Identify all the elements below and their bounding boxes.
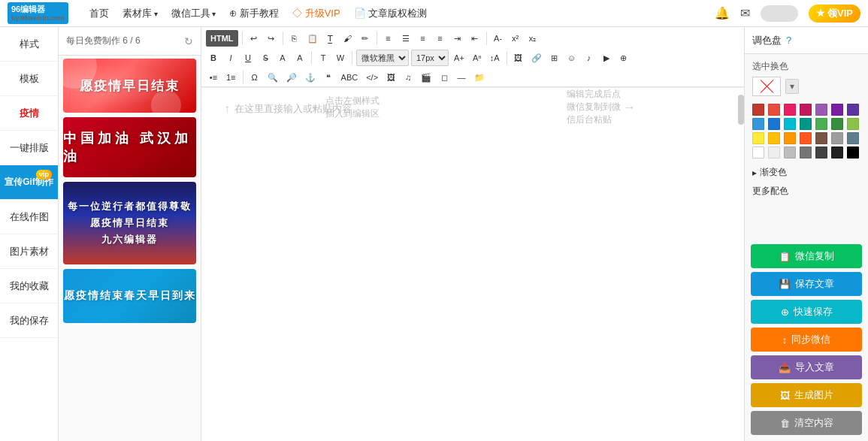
color-swatch[interactable]: [831, 118, 843, 130]
color-swatch[interactable]: [752, 146, 764, 159]
clear-button[interactable]: 🗑 清空内容: [751, 411, 862, 435]
color-swatch[interactable]: [784, 104, 796, 116]
color-help-icon[interactable]: ?: [786, 35, 791, 46]
nav-materials[interactable]: 素材库: [122, 7, 158, 20]
word-paste[interactable]: W: [333, 50, 348, 66]
color-swatch[interactable]: [768, 132, 780, 144]
insert-emoji[interactable]: ☺: [564, 50, 579, 66]
color-swatch[interactable]: [784, 146, 796, 159]
font-size-decrease[interactable]: A-: [491, 30, 506, 47]
color-swatch[interactable]: [768, 104, 780, 116]
align-center[interactable]: ☰: [398, 30, 413, 47]
omega-button[interactable]: Ω: [247, 69, 262, 86]
list-ordered[interactable]: 1≡: [223, 69, 239, 86]
template-card-2[interactable]: 中国加油 武汉加油: [63, 117, 196, 177]
insert-shape[interactable]: ◻: [437, 69, 452, 86]
insert-table[interactable]: ⊞: [547, 50, 562, 66]
pencil-button[interactable]: ✏: [358, 30, 373, 47]
vip-button[interactable]: ★ 领VIP: [809, 5, 860, 23]
copy-button[interactable]: ⎘: [287, 30, 302, 47]
quick-save-button[interactable]: ⊕ 快速保存: [751, 300, 862, 324]
abc-button[interactable]: ABC: [338, 69, 361, 86]
sidebar-item-epidemic[interactable]: 疫情: [0, 96, 58, 131]
bell-icon[interactable]: 🔔: [715, 6, 730, 20]
indent-increase[interactable]: ⇥: [450, 30, 465, 47]
editor-content[interactable]: ↑ 在这里直接输入或粘贴内容 ← 点击左侧样式插入到编辑区 编辑完成后点微信复制…: [201, 87, 744, 441]
sidebar-item-images[interactable]: 图片素材: [0, 234, 58, 269]
import-button[interactable]: 📥 导入文章: [751, 355, 862, 379]
color-swatch[interactable]: [847, 132, 859, 144]
color-swatch[interactable]: [752, 118, 764, 130]
wechat-copy-button[interactable]: 📋 微信复制: [751, 244, 862, 268]
superscript-button[interactable]: x²: [508, 30, 523, 47]
insert-special[interactable]: ⊕: [616, 50, 631, 66]
color-swatch[interactable]: [784, 118, 796, 130]
color-swatch[interactable]: [847, 146, 859, 159]
paste-button[interactable]: 📋: [304, 30, 321, 47]
color-swatch[interactable]: [784, 132, 796, 144]
indent-decrease[interactable]: ⇤: [467, 30, 482, 47]
color-swatch[interactable]: [800, 118, 812, 130]
format-clear[interactable]: T: [316, 50, 331, 66]
insert-pic2[interactable]: 🖼: [383, 69, 398, 86]
template-card-3[interactable]: 每一位逆行者都值得尊敬 愿疫情早日结束 九六编辑器: [63, 182, 196, 264]
refresh-icon[interactable]: ↻: [184, 35, 193, 47]
italic-button[interactable]: I: [223, 50, 238, 66]
more-colors[interactable]: 更多配色: [745, 182, 868, 201]
generate-image-button[interactable]: 🖼 生成图片: [751, 383, 862, 407]
align-right[interactable]: ≡: [416, 30, 431, 47]
color-swatch[interactable]: [800, 146, 812, 159]
color-swatch[interactable]: [847, 118, 859, 130]
template-card-1[interactable]: 愿疫情早日结束: [63, 59, 196, 113]
gradient-toggle[interactable]: ▸ 渐变色: [752, 166, 860, 179]
sidebar-item-template[interactable]: 模板: [0, 62, 58, 96]
color-swatch[interactable]: [831, 132, 843, 144]
sidebar-item-saved[interactable]: 我的保存: [0, 304, 58, 338]
underline-button[interactable]: U: [240, 50, 256, 66]
sidebar-item-gif[interactable]: 宣传Gif制作 vip: [0, 165, 58, 200]
bg-color-button[interactable]: A: [292, 50, 307, 66]
font-size-select[interactable]: 17px: [411, 50, 449, 66]
paint-button[interactable]: 🖌: [340, 30, 355, 47]
sidebar-item-style[interactable]: 样式: [0, 27, 58, 62]
redo-button[interactable]: ↪: [264, 30, 279, 47]
bold-button[interactable]: B: [206, 50, 221, 66]
color-swatch[interactable]: [815, 104, 827, 116]
color-swatch[interactable]: [800, 132, 812, 144]
clear-format-button[interactable]: T̲: [323, 30, 338, 47]
nav-upgrade-vip[interactable]: ◇ 升级VIP: [292, 7, 340, 20]
color-dropdown-btn[interactable]: ▾: [785, 79, 799, 94]
undo-button[interactable]: ↩: [246, 30, 262, 47]
text-color-button[interactable]: A: [275, 50, 290, 66]
template-card-4[interactable]: 愿疫情结束春天早日到来: [63, 269, 196, 323]
list-unordered[interactable]: •≡: [206, 69, 221, 86]
insert-music2[interactable]: ♫: [401, 69, 416, 86]
font-size-up[interactable]: A+: [451, 50, 467, 66]
color-swatch[interactable]: [847, 104, 859, 116]
color-swatch[interactable]: [752, 104, 764, 116]
color-swatch[interactable]: [815, 132, 827, 144]
nav-wechat-tools[interactable]: 微信工具: [171, 7, 216, 20]
save-article-button[interactable]: 💾 保存文章: [751, 272, 862, 296]
strikethrough-button[interactable]: S̶: [258, 50, 273, 66]
color-swatch[interactable]: [831, 146, 843, 159]
nav-copyright[interactable]: 📄 文章版权检测: [354, 7, 428, 20]
sidebar-item-layout[interactable]: 一键排版: [0, 131, 58, 165]
insert-link[interactable]: 🔗: [528, 50, 545, 66]
code-button[interactable]: </>: [363, 69, 381, 86]
subscript-button[interactable]: x₂: [525, 30, 540, 47]
font-size-custom[interactable]: Aⁿ: [470, 50, 485, 66]
nav-tutorial[interactable]: ⊕ 新手教程: [229, 7, 279, 20]
insert-divider[interactable]: —: [454, 69, 469, 86]
quote-double[interactable]: ❝: [321, 69, 336, 86]
user-avatar[interactable]: [761, 5, 798, 22]
color-swatch[interactable]: [768, 118, 780, 130]
sidebar-item-drawing[interactable]: 在线作图: [0, 200, 58, 234]
search-button[interactable]: 🔍: [265, 69, 281, 86]
insert-file[interactable]: 📁: [471, 69, 488, 86]
anchor-button[interactable]: ⚓: [302, 69, 319, 86]
color-swatch[interactable]: [752, 132, 764, 144]
color-swatch[interactable]: [815, 146, 827, 159]
align-justify[interactable]: ≡: [433, 30, 448, 47]
color-swatch[interactable]: [800, 104, 812, 116]
